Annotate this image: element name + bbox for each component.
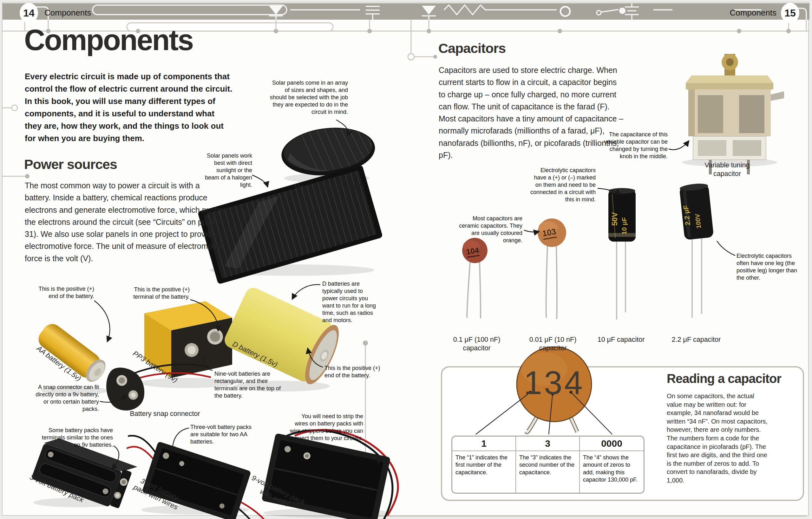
- label-cap-10uf: 10 μF capacitor: [592, 335, 649, 344]
- label-snap-connector: Battery snap connector: [120, 409, 209, 418]
- reading-box-title: Reading a capacitor: [667, 372, 781, 386]
- header-title-right: Components: [692, 8, 777, 18]
- annotation-solar-selection: Solar panels come in an array of sizes a…: [270, 79, 348, 116]
- electrolytic-10uf-photo: [608, 188, 636, 319]
- header-title-left: Components: [45, 8, 91, 18]
- annotation-three-volt-packs: Three-volt battery packs are suitable fo…: [190, 424, 252, 446]
- annotation-electrolytic-leg: Electrolytic capacitors often have one l…: [736, 252, 805, 281]
- label-micro-mini-solar: Micro-mini solar panels: [291, 183, 367, 191]
- page-number-left: 14: [20, 3, 38, 23]
- annotation-pack-terminals: Some battery packs have terminals simila…: [40, 427, 113, 449]
- marking-104: 104: [466, 246, 480, 257]
- marking-103: 103: [542, 226, 557, 240]
- marking-10uf: 10 μF: [620, 217, 628, 235]
- header-circuit-traces: [25, 3, 806, 20]
- annotation-aa-positive: This is the positive (+) end of the batt…: [30, 285, 94, 300]
- annotation-ceramic-orange: Most capacitors are ceramic capacitors. …: [454, 215, 522, 244]
- annotation-d-positive: This is the positive (+) end of the batt…: [324, 365, 383, 379]
- capacitors-heading: Capacitors: [438, 40, 505, 56]
- power-sources-paragraph: The most common way to power a circuit i…: [25, 179, 228, 265]
- table-header-1: 1: [452, 436, 516, 451]
- disc-134-value: 134: [519, 364, 589, 402]
- annotation-solar-light: Solar panels work best with direct sunli…: [203, 152, 252, 189]
- reading-box-paragraph: On some capacitors, the actual value may…: [667, 392, 768, 485]
- capacitors-paragraph: Capacitors are used to store electric ch…: [439, 64, 624, 161]
- table-header-0000: 0000: [580, 436, 644, 451]
- annotation-snap-connector: A snap connector can fit directly onto a…: [32, 384, 99, 413]
- page-number-right: 15: [781, 3, 799, 23]
- annotation-electrolytic-polarity: Electrolytic capacitors have a (+) or (–…: [527, 167, 596, 203]
- table-header-3: 3: [516, 436, 580, 451]
- annotation-pp3-positive: This is the positive (+) terminal of the…: [127, 286, 190, 301]
- label-variable-cap: Variable tuning capacitor: [695, 161, 760, 178]
- variable-capacitor-photo: [686, 54, 784, 174]
- capacitor-code-table: 1 3 0000 The “1” indicates the first num…: [452, 436, 644, 494]
- marking-100v: 100V: [694, 213, 702, 229]
- table-cell-2: The “3” indicates the second number of t…: [516, 451, 580, 493]
- book-spread: 14 Components Components 15 Components E…: [0, 0, 812, 519]
- table-cell-1: The “1” indicates the first number of th…: [452, 451, 516, 493]
- label-cap-0.1uf: 0.1 μF (100 nF) capacitor: [446, 335, 507, 353]
- label-cap-2.2uf: 2.2 μF capacitor: [668, 335, 725, 344]
- power-sources-heading: Power sources: [24, 157, 117, 172]
- table-cell-3: The “4” shows the amount of zeros to add…: [580, 451, 644, 493]
- page-title: Components: [24, 24, 193, 57]
- annotation-d-usage: D batteries are typically used to power …: [322, 280, 379, 324]
- label-cap-0.01uf: 0.01 μF (10 nF) capacitor: [523, 335, 583, 353]
- intro-paragraph: Every electric circuit is made up of com…: [25, 70, 232, 145]
- electrolytic-2_2uf-photo: [679, 183, 714, 318]
- annotation-strip-wires: You will need to strip the wires on batt…: [287, 413, 363, 442]
- annotation-variable-cap: The capacitance of this variable capacit…: [603, 131, 668, 160]
- annotation-nine-volt: Nine-volt batteries are rectangular, and…: [214, 370, 284, 399]
- marking-50v: 50V: [610, 212, 619, 226]
